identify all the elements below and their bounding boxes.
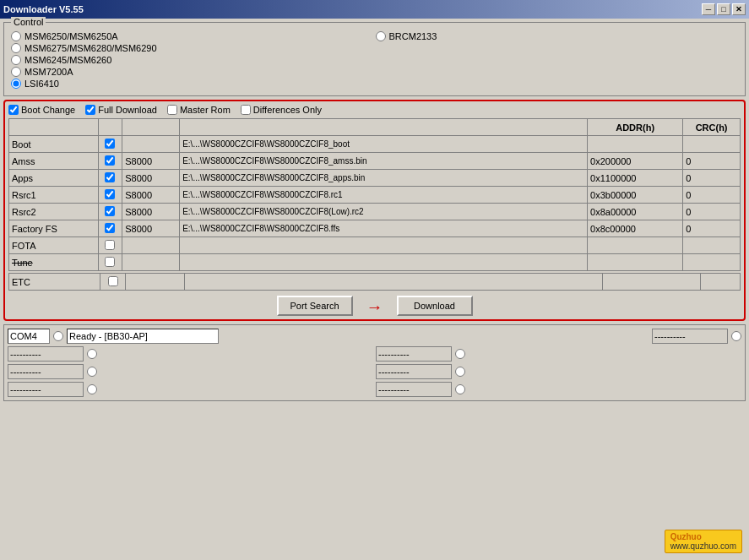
window-title: Downloader V5.55	[3, 4, 84, 14]
rsrc1-label: Rsrc1	[9, 187, 99, 204]
rsrc2-path: E:\...\WS8000CZCIF8\WS8000CZCIF8(Low).rc…	[180, 204, 588, 220]
fota-path	[180, 237, 588, 254]
apps-checkbox[interactable]	[105, 172, 115, 182]
status-top-radio[interactable]	[53, 331, 63, 341]
radio-lsi6410-input[interactable]	[11, 79, 21, 89]
status-right-3-input[interactable]	[376, 364, 452, 379]
rsrc2-addr: 0x8a00000	[588, 204, 683, 220]
boot-change-label: Boot Change	[21, 105, 75, 115]
status-right-2-input[interactable]	[376, 346, 452, 362]
radio-msm6245-input[interactable]	[11, 55, 21, 65]
status-row-left-1	[8, 346, 373, 362]
boot-crc	[683, 136, 741, 153]
download-button[interactable]: Download	[397, 296, 473, 316]
addr-header: ADDR(h)	[588, 119, 683, 136]
full-download-label: Full Download	[98, 105, 157, 115]
status-row-right-2	[376, 364, 741, 379]
port-search-button[interactable]: Port Search	[277, 296, 353, 316]
ready-status-input[interactable]	[67, 329, 219, 344]
differences-only-option: Differences Only	[241, 105, 322, 115]
etc-label: ETC	[9, 274, 100, 291]
boot-change-checkbox[interactable]	[8, 105, 19, 115]
amss-version: S8000	[122, 153, 180, 170]
control-label: Control	[11, 17, 46, 27]
crc-header: CRC(h)	[683, 119, 741, 136]
status-left-4-radio[interactable]	[87, 384, 97, 394]
rsrc1-version: S8000	[122, 187, 180, 204]
com-port-input[interactable]	[8, 329, 50, 344]
status-left-4-input[interactable]	[8, 382, 84, 397]
apps-version: S8000	[122, 170, 180, 187]
title-bar-buttons: ─ □ ✕	[702, 3, 746, 15]
status-bottom-grid	[8, 346, 741, 397]
status-left-2-input[interactable]	[8, 346, 84, 362]
amss-crc: 0	[683, 153, 741, 170]
rsrc1-path: E:\...\WS8000CZCIF8\WS8000CZCIF8.rc1	[180, 187, 588, 204]
watermark-line1: Quzhuo	[670, 532, 736, 541]
amss-path: E:\...\WS8000CZCIF8\WS8000CZCIF8_amss.bi…	[180, 153, 588, 170]
minimize-button[interactable]: ─	[702, 3, 715, 15]
radio-msm6250-input[interactable]	[11, 31, 21, 41]
radio-lsi6410-label: LSI6410	[24, 79, 59, 89]
rsrc2-version: S8000	[122, 204, 180, 220]
radio-msm6275: MSM6275/MSM6280/MSM6290	[11, 43, 374, 53]
boot-path: E:\...\WS8000CZCIF8\WS8000CZCIF8_boot	[180, 136, 588, 153]
table-row-rsrc2: Rsrc2 S8000 E:\...\WS8000CZCIF8\WS8000CZ…	[9, 204, 741, 220]
fota-checkbox[interactable]	[105, 240, 115, 250]
boot-label: Boot	[9, 136, 99, 153]
status-right-3-radio[interactable]	[455, 367, 465, 377]
etc-table: ETC	[8, 273, 741, 291]
fota-label: FOTA	[9, 237, 99, 254]
boot-change-option: Boot Change	[8, 105, 75, 115]
factory-fs-version: S8000	[122, 220, 180, 237]
radio-brcm2133-input[interactable]	[376, 31, 386, 41]
boot-addr	[588, 136, 683, 153]
status-right-4-radio[interactable]	[455, 384, 465, 394]
restore-button[interactable]: □	[717, 3, 730, 15]
amss-checkbox[interactable]	[105, 155, 115, 166]
radio-msm6250: MSM6250/MSM6250A	[11, 31, 374, 41]
status-left-2-radio[interactable]	[87, 349, 97, 359]
table-row-apps: Apps S8000 E:\...\WS8000CZCIF8\WS8000CZC…	[9, 170, 741, 187]
arrow-icon: →	[366, 297, 383, 318]
radio-msm7200a-input[interactable]	[11, 67, 21, 77]
download-table: ADDR(h) CRC(h) Boot E:\...\WS8000CZCIF8\…	[8, 118, 741, 271]
etc-path	[184, 274, 603, 291]
status-right-2-radio[interactable]	[455, 349, 465, 359]
differences-only-checkbox[interactable]	[241, 105, 251, 115]
master-rom-checkbox[interactable]	[167, 105, 177, 115]
close-button[interactable]: ✕	[732, 3, 746, 15]
factory-fs-checkbox[interactable]	[105, 223, 115, 233]
table-row-fota: FOTA	[9, 237, 741, 254]
rsrc2-checkbox[interactable]	[105, 206, 115, 216]
etc-version	[125, 274, 184, 291]
radio-brcm2133: BRCM2133	[376, 31, 739, 41]
radio-msm6245: MSM6245/MSM6260	[11, 55, 374, 65]
status-row-right-3	[376, 382, 741, 397]
apps-crc: 0	[683, 170, 741, 187]
full-download-checkbox[interactable]	[85, 105, 95, 115]
status-right-1-input[interactable]	[652, 329, 728, 344]
rsrc2-label: Rsrc2	[9, 204, 99, 220]
full-download-option: Full Download	[85, 105, 157, 115]
status-left-3-radio[interactable]	[87, 367, 97, 377]
radio-lsi6410: LSI6410	[11, 79, 374, 89]
table-row-header: ADDR(h) CRC(h)	[9, 119, 741, 136]
radio-msm6250-label: MSM6250/MSM6250A	[24, 31, 118, 41]
tune-crc	[683, 254, 741, 271]
status-section	[3, 324, 746, 401]
download-options: Boot Change Full Download Master Rom Dif…	[8, 105, 741, 115]
radio-msm6275-input[interactable]	[11, 43, 21, 53]
factory-fs-label: Factory FS	[9, 220, 99, 237]
factory-fs-path: E:\...\WS8000CZCIF8\WS8000CZCIF8.ffs	[180, 220, 588, 237]
status-left-3-input[interactable]	[8, 364, 84, 379]
boot-checkbox[interactable]	[105, 139, 115, 149]
status-top-row	[8, 329, 741, 344]
status-right-1-radio[interactable]	[731, 331, 741, 341]
status-right-4-input[interactable]	[376, 382, 452, 397]
etc-checkbox[interactable]	[108, 276, 118, 286]
rsrc1-checkbox[interactable]	[105, 189, 115, 199]
table-row-tune: Tune	[9, 254, 741, 271]
tune-checkbox[interactable]	[105, 257, 115, 267]
etc-addr	[603, 274, 701, 291]
